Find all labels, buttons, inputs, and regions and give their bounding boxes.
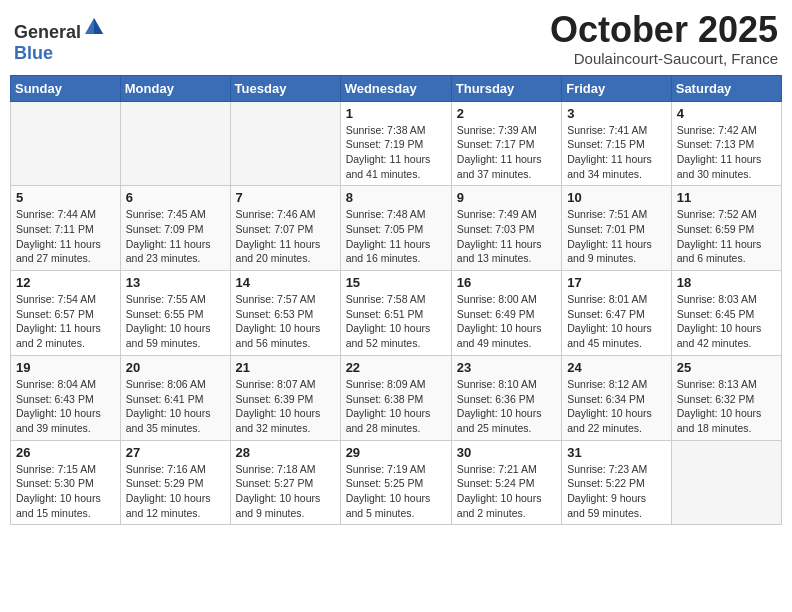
day-number: 17 <box>567 275 666 290</box>
calendar-table: SundayMondayTuesdayWednesdayThursdayFrid… <box>10 75 782 526</box>
day-info: Sunrise: 8:06 AMSunset: 6:41 PMDaylight:… <box>126 377 225 436</box>
day-number: 9 <box>457 190 556 205</box>
day-info: Sunrise: 7:18 AMSunset: 5:27 PMDaylight:… <box>236 462 335 521</box>
day-info: Sunrise: 7:49 AMSunset: 7:03 PMDaylight:… <box>457 207 556 266</box>
weekday-header-saturday: Saturday <box>671 75 781 101</box>
day-number: 28 <box>236 445 335 460</box>
day-info: Sunrise: 8:12 AMSunset: 6:34 PMDaylight:… <box>567 377 666 436</box>
day-number: 19 <box>16 360 115 375</box>
calendar-cell: 20Sunrise: 8:06 AMSunset: 6:41 PMDayligh… <box>120 355 230 440</box>
weekday-header-row: SundayMondayTuesdayWednesdayThursdayFrid… <box>11 75 782 101</box>
calendar-cell: 11Sunrise: 7:52 AMSunset: 6:59 PMDayligh… <box>671 186 781 271</box>
calendar-cell: 15Sunrise: 7:58 AMSunset: 6:51 PMDayligh… <box>340 271 451 356</box>
calendar-cell: 28Sunrise: 7:18 AMSunset: 5:27 PMDayligh… <box>230 440 340 525</box>
calendar-cell <box>11 101 121 186</box>
week-row-4: 19Sunrise: 8:04 AMSunset: 6:43 PMDayligh… <box>11 355 782 440</box>
day-number: 23 <box>457 360 556 375</box>
day-number: 11 <box>677 190 776 205</box>
logo: General Blue <box>14 16 105 64</box>
day-info: Sunrise: 8:01 AMSunset: 6:47 PMDaylight:… <box>567 292 666 351</box>
day-number: 1 <box>346 106 446 121</box>
day-info: Sunrise: 7:48 AMSunset: 7:05 PMDaylight:… <box>346 207 446 266</box>
calendar-cell <box>230 101 340 186</box>
calendar-cell: 24Sunrise: 8:12 AMSunset: 6:34 PMDayligh… <box>562 355 672 440</box>
location-title: Doulaincourt-Saucourt, France <box>550 50 778 67</box>
day-number: 21 <box>236 360 335 375</box>
day-number: 3 <box>567 106 666 121</box>
day-info: Sunrise: 8:00 AMSunset: 6:49 PMDaylight:… <box>457 292 556 351</box>
day-number: 13 <box>126 275 225 290</box>
day-number: 15 <box>346 275 446 290</box>
week-row-3: 12Sunrise: 7:54 AMSunset: 6:57 PMDayligh… <box>11 271 782 356</box>
day-number: 25 <box>677 360 776 375</box>
calendar-cell: 5Sunrise: 7:44 AMSunset: 7:11 PMDaylight… <box>11 186 121 271</box>
calendar-cell: 29Sunrise: 7:19 AMSunset: 5:25 PMDayligh… <box>340 440 451 525</box>
day-number: 14 <box>236 275 335 290</box>
calendar-cell: 9Sunrise: 7:49 AMSunset: 7:03 PMDaylight… <box>451 186 561 271</box>
day-number: 20 <box>126 360 225 375</box>
day-number: 30 <box>457 445 556 460</box>
day-info: Sunrise: 7:51 AMSunset: 7:01 PMDaylight:… <box>567 207 666 266</box>
day-info: Sunrise: 7:42 AMSunset: 7:13 PMDaylight:… <box>677 123 776 182</box>
calendar-cell: 22Sunrise: 8:09 AMSunset: 6:38 PMDayligh… <box>340 355 451 440</box>
day-info: Sunrise: 7:39 AMSunset: 7:17 PMDaylight:… <box>457 123 556 182</box>
day-info: Sunrise: 7:38 AMSunset: 7:19 PMDaylight:… <box>346 123 446 182</box>
weekday-header-tuesday: Tuesday <box>230 75 340 101</box>
calendar-cell: 1Sunrise: 7:38 AMSunset: 7:19 PMDaylight… <box>340 101 451 186</box>
calendar-cell <box>120 101 230 186</box>
logo-icon <box>83 16 105 38</box>
day-info: Sunrise: 8:03 AMSunset: 6:45 PMDaylight:… <box>677 292 776 351</box>
day-number: 12 <box>16 275 115 290</box>
calendar-cell: 4Sunrise: 7:42 AMSunset: 7:13 PMDaylight… <box>671 101 781 186</box>
calendar-cell: 25Sunrise: 8:13 AMSunset: 6:32 PMDayligh… <box>671 355 781 440</box>
day-number: 31 <box>567 445 666 460</box>
week-row-1: 1Sunrise: 7:38 AMSunset: 7:19 PMDaylight… <box>11 101 782 186</box>
calendar-cell: 6Sunrise: 7:45 AMSunset: 7:09 PMDaylight… <box>120 186 230 271</box>
day-info: Sunrise: 7:55 AMSunset: 6:55 PMDaylight:… <box>126 292 225 351</box>
day-number: 6 <box>126 190 225 205</box>
day-info: Sunrise: 7:23 AMSunset: 5:22 PMDaylight:… <box>567 462 666 521</box>
svg-marker-1 <box>94 18 103 34</box>
day-info: Sunrise: 7:52 AMSunset: 6:59 PMDaylight:… <box>677 207 776 266</box>
day-number: 24 <box>567 360 666 375</box>
day-number: 26 <box>16 445 115 460</box>
weekday-header-monday: Monday <box>120 75 230 101</box>
calendar-cell: 7Sunrise: 7:46 AMSunset: 7:07 PMDaylight… <box>230 186 340 271</box>
calendar-cell: 12Sunrise: 7:54 AMSunset: 6:57 PMDayligh… <box>11 271 121 356</box>
day-info: Sunrise: 7:54 AMSunset: 6:57 PMDaylight:… <box>16 292 115 351</box>
calendar-cell: 23Sunrise: 8:10 AMSunset: 6:36 PMDayligh… <box>451 355 561 440</box>
day-info: Sunrise: 7:41 AMSunset: 7:15 PMDaylight:… <box>567 123 666 182</box>
day-info: Sunrise: 7:45 AMSunset: 7:09 PMDaylight:… <box>126 207 225 266</box>
day-info: Sunrise: 8:04 AMSunset: 6:43 PMDaylight:… <box>16 377 115 436</box>
day-number: 2 <box>457 106 556 121</box>
day-number: 8 <box>346 190 446 205</box>
calendar-cell: 14Sunrise: 7:57 AMSunset: 6:53 PMDayligh… <box>230 271 340 356</box>
day-info: Sunrise: 8:13 AMSunset: 6:32 PMDaylight:… <box>677 377 776 436</box>
calendar-cell: 8Sunrise: 7:48 AMSunset: 7:05 PMDaylight… <box>340 186 451 271</box>
weekday-header-thursday: Thursday <box>451 75 561 101</box>
weekday-header-wednesday: Wednesday <box>340 75 451 101</box>
calendar-cell: 2Sunrise: 7:39 AMSunset: 7:17 PMDaylight… <box>451 101 561 186</box>
day-number: 4 <box>677 106 776 121</box>
calendar-cell: 30Sunrise: 7:21 AMSunset: 5:24 PMDayligh… <box>451 440 561 525</box>
day-info: Sunrise: 7:57 AMSunset: 6:53 PMDaylight:… <box>236 292 335 351</box>
day-info: Sunrise: 8:09 AMSunset: 6:38 PMDaylight:… <box>346 377 446 436</box>
calendar-cell: 13Sunrise: 7:55 AMSunset: 6:55 PMDayligh… <box>120 271 230 356</box>
month-title: October 2025 <box>550 10 778 50</box>
day-info: Sunrise: 7:46 AMSunset: 7:07 PMDaylight:… <box>236 207 335 266</box>
calendar-cell: 19Sunrise: 8:04 AMSunset: 6:43 PMDayligh… <box>11 355 121 440</box>
logo-general: General <box>14 22 81 42</box>
logo-text: General Blue <box>14 16 105 64</box>
calendar-cell: 18Sunrise: 8:03 AMSunset: 6:45 PMDayligh… <box>671 271 781 356</box>
day-number: 27 <box>126 445 225 460</box>
day-number: 29 <box>346 445 446 460</box>
day-info: Sunrise: 7:44 AMSunset: 7:11 PMDaylight:… <box>16 207 115 266</box>
calendar-cell: 10Sunrise: 7:51 AMSunset: 7:01 PMDayligh… <box>562 186 672 271</box>
page-header: General Blue October 2025 Doulaincourt-S… <box>10 10 782 67</box>
day-number: 22 <box>346 360 446 375</box>
day-number: 7 <box>236 190 335 205</box>
calendar-cell: 26Sunrise: 7:15 AMSunset: 5:30 PMDayligh… <box>11 440 121 525</box>
logo-blue: Blue <box>14 43 53 63</box>
title-block: October 2025 Doulaincourt-Saucourt, Fran… <box>550 10 778 67</box>
day-number: 5 <box>16 190 115 205</box>
